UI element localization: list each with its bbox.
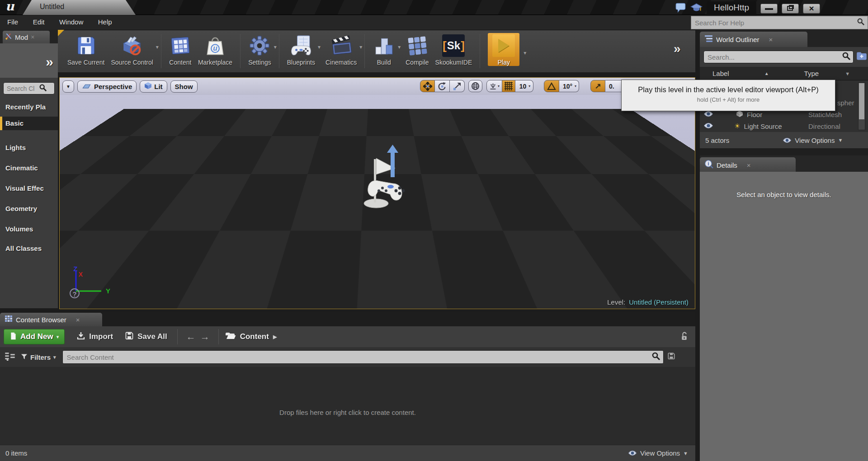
lock-icon[interactable] <box>680 331 688 343</box>
level-viewport[interactable]: ▼ Perspective Lit Show <box>59 77 695 309</box>
cinematics-button[interactable]: Cinematics ▾ <box>326 33 357 66</box>
outliner-search-input[interactable] <box>704 53 842 61</box>
import-button[interactable]: Import <box>76 331 113 343</box>
content-search-box[interactable] <box>62 350 664 364</box>
mode-item-geometry[interactable]: Geometry <box>0 202 58 216</box>
mode-item-lights[interactable]: Lights <box>0 141 58 155</box>
content-button[interactable]: Content <box>169 33 192 66</box>
restore-button[interactable] <box>782 4 799 14</box>
play-button[interactable]: Play <box>488 33 519 66</box>
toolbar-overflow-icon[interactable]: » <box>674 42 681 56</box>
move-tool-button[interactable] <box>420 80 435 92</box>
menu-edit[interactable]: Edit <box>33 18 45 26</box>
visibility-eye-icon[interactable] <box>703 111 713 118</box>
surface-snap-button[interactable]: ▾ <box>486 80 502 92</box>
scale-snap-toggle[interactable]: ↗ <box>590 80 605 92</box>
settings-caret-icon[interactable]: ▾ <box>274 44 277 50</box>
outliner-search-box[interactable] <box>703 51 854 63</box>
perspective-button[interactable]: Perspective <box>77 80 137 93</box>
close-icon[interactable]: × <box>31 33 34 41</box>
marketplace-icon: u <box>204 33 226 58</box>
world-outliner-tab[interactable]: World Outliner × <box>700 32 807 47</box>
save-current-button[interactable]: Save Current <box>67 33 104 66</box>
details-tab[interactable]: i Details × <box>700 157 796 173</box>
close-icon[interactable]: × <box>76 316 80 324</box>
content-search-input[interactable] <box>63 353 651 362</box>
save-search-icon[interactable] <box>667 352 675 362</box>
breadcrumb-arrow-icon[interactable]: ▶ <box>273 334 277 340</box>
minimize-button[interactable] <box>760 4 778 14</box>
new-folder-icon[interactable] <box>856 52 867 62</box>
modes-search-input[interactable] <box>4 85 40 93</box>
details-empty-message: Select an object to view details. <box>700 191 868 198</box>
scale-tool-button[interactable] <box>450 80 465 92</box>
forward-arrow-icon[interactable]: → <box>200 331 210 342</box>
mode-item-cinematic[interactable]: Cinematic <box>0 161 58 175</box>
skookum-ide-button[interactable]: [Sk] SkookumIDE <box>435 33 472 66</box>
compile-button[interactable]: Compile <box>406 33 429 66</box>
content-browser-tab[interactable]: Content Browser × <box>0 313 102 326</box>
level-indicator[interactable]: Level:Untitled (Persistent) <box>607 298 689 306</box>
menu-help[interactable]: Help <box>98 18 112 26</box>
close-button[interactable]: × <box>803 4 820 14</box>
source-control-caret-icon[interactable]: ▾ <box>156 44 159 50</box>
rotation-snap-value-dropdown[interactable]: 10° ▾ <box>559 80 579 92</box>
help-search-input[interactable] <box>691 19 857 27</box>
close-icon[interactable]: × <box>769 36 773 43</box>
play-caret-icon[interactable]: ▾ <box>524 50 526 56</box>
sort-ascending-icon[interactable]: ▲ <box>764 71 769 76</box>
mode-item-basic[interactable]: Basic <box>0 117 58 130</box>
settings-button[interactable]: Settings ▾ <box>248 33 271 66</box>
back-arrow-icon[interactable]: ← <box>186 331 196 342</box>
mode-item-visual-effects[interactable]: Visual Effec <box>0 182 58 195</box>
expand-panel-icon[interactable]: » <box>46 54 53 70</box>
modes-tab[interactable]: Mod × <box>3 31 50 43</box>
outliner-view-options[interactable]: View Options ▼ <box>783 136 843 144</box>
close-icon[interactable]: × <box>747 161 751 169</box>
content-path-breadcrumb[interactable]: Content ▶ <box>225 332 277 342</box>
build-button[interactable]: Build ▾ <box>373 33 395 66</box>
content-view-options[interactable]: View Options ▼ <box>628 449 688 457</box>
perspective-icon <box>82 83 92 90</box>
mode-item-volumes[interactable]: Volumes <box>0 222 58 236</box>
source-control-button[interactable]: Source Control ▾ <box>111 33 153 66</box>
outliner-row-light-source[interactable]: ☀ Light Source Directional <box>700 120 868 132</box>
lit-button[interactable]: Lit <box>140 80 167 93</box>
sources-panel-toggle-icon[interactable] <box>5 352 15 362</box>
visibility-eye-icon[interactable] <box>703 122 713 130</box>
mode-item-recently-placed[interactable]: Recently Pla <box>0 100 58 114</box>
menu-window[interactable]: Window <box>59 18 83 26</box>
cinematics-caret-icon[interactable]: ▾ <box>359 44 362 50</box>
mode-item-all-classes[interactable]: All Classes <box>0 242 58 255</box>
menu-file[interactable]: File <box>7 18 18 26</box>
viewport-help-icon[interactable]: ? <box>70 288 80 298</box>
feedback-bubble-icon[interactable] <box>675 3 686 14</box>
tutorials-cap-icon[interactable] <box>690 3 703 14</box>
world-space-globe-button[interactable] <box>468 80 482 92</box>
grid-snap-value-dropdown[interactable]: 10 ▾ <box>515 80 533 92</box>
content-browser-body[interactable]: Drop files here or right click to create… <box>0 367 695 445</box>
blueprints-button[interactable]: Blueprints ▾ <box>287 33 315 66</box>
rotate-tool-button[interactable] <box>435 80 450 92</box>
filters-button[interactable]: Filters ▾ <box>21 353 56 361</box>
grid-snap-toggle[interactable] <box>502 80 515 92</box>
player-start-actor[interactable] <box>353 145 425 221</box>
marketplace-button[interactable]: u Marketplace <box>198 33 232 66</box>
viewport-options-dropdown[interactable]: ▼ <box>62 80 74 93</box>
help-search-box[interactable] <box>691 16 868 29</box>
document-tab[interactable]: Untitled <box>23 0 136 15</box>
save-all-button[interactable]: Save All <box>125 331 167 343</box>
details-panel: i Details × <box>700 155 868 172</box>
add-new-button[interactable]: Add New ▾ <box>4 329 65 344</box>
type-column-header[interactable]: Type <box>804 70 819 77</box>
viewport-scene[interactable]: Z X Y ? Level:Untitled (Persistent) <box>60 95 695 309</box>
svg-text:X: X <box>79 271 83 278</box>
type-filter-icon[interactable]: ▼ <box>845 71 850 76</box>
label-column-header[interactable]: Label <box>712 70 729 77</box>
show-button[interactable]: Show <box>170 80 198 93</box>
rotation-snap-toggle[interactable] <box>544 80 559 92</box>
blueprints-caret-icon[interactable]: ▾ <box>318 44 321 50</box>
modes-search-box[interactable] <box>3 82 55 94</box>
outliner-scrollbar[interactable] <box>858 82 865 130</box>
build-caret-icon[interactable]: ▾ <box>398 44 401 50</box>
